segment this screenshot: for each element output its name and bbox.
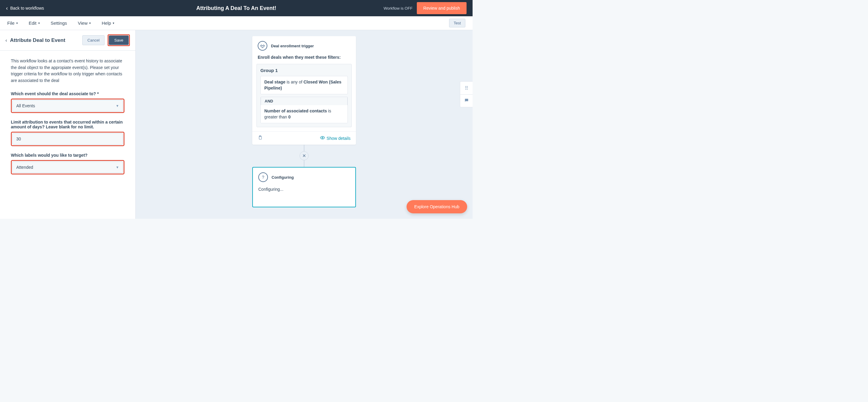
and-operator: AND (261, 97, 347, 105)
trigger-title: Deal enrollment trigger (271, 44, 314, 48)
filter-deal-stage[interactable]: Deal stage is any of Closed Won (Sales P… (260, 76, 348, 94)
chevron-left-icon: ‹ (6, 5, 8, 11)
chat-icon (464, 98, 469, 104)
group-title: Group 1 (260, 68, 348, 73)
labels-select[interactable]: Attended ▼ (12, 161, 123, 173)
eye-icon (320, 135, 325, 141)
enroll-text: Enroll deals when they meet these filter… (252, 53, 356, 64)
side-panel: ‹ Attribute Deal to Event Cancel Save Th… (0, 30, 135, 219)
workflow-canvas[interactable]: Deal enrollment trigger Enroll deals whe… (135, 30, 472, 219)
page-title: Attributing A Deal To An Event! (196, 5, 276, 11)
handshake-icon (258, 41, 267, 51)
menu-view[interactable]: View ▾ (78, 21, 91, 26)
show-details-link[interactable]: Show details (320, 135, 350, 141)
menu-bar: File ▾ Edit ▾ Settings View ▾ Help ▾ Tes… (0, 16, 472, 30)
menu-settings[interactable]: Settings (51, 21, 67, 26)
chevron-down-icon: ▾ (113, 21, 114, 25)
chevron-down-icon: ▾ (16, 21, 18, 25)
comments-button[interactable] (460, 94, 472, 107)
back-label: Back to workflows (10, 6, 44, 10)
minimap-button[interactable]: ⠿ (460, 82, 472, 94)
labels-select-label: Which labels would you like to target? (11, 153, 124, 158)
right-rail: ⠿ (460, 81, 472, 107)
grid-icon: ⠿ (465, 85, 468, 91)
days-limit-input[interactable] (12, 133, 123, 145)
cancel-button[interactable]: Cancel (82, 35, 104, 45)
chevron-down-icon: ▼ (116, 165, 119, 169)
connector-line (304, 145, 304, 151)
remove-node-button[interactable]: ✕ (300, 151, 309, 160)
menu-edit[interactable]: Edit ▾ (29, 21, 40, 26)
trigger-card[interactable]: Deal enrollment trigger Enroll deals whe… (252, 36, 356, 145)
back-to-workflows-link[interactable]: ‹ Back to workflows (6, 5, 44, 11)
workflow-status: Workflow is OFF (384, 6, 412, 10)
svg-point-1 (322, 137, 323, 138)
chevron-down-icon: ▼ (116, 104, 119, 107)
chevron-down-icon: ▾ (89, 21, 91, 25)
event-select[interactable]: All Events ▼ (12, 100, 123, 112)
explore-operations-hub-button[interactable]: Explore Operations Hub (407, 200, 467, 213)
filter-associated-contacts[interactable]: Number of associated contacts is greater… (261, 105, 347, 123)
menu-help[interactable]: Help ▾ (101, 21, 114, 26)
test-button[interactable]: Test (449, 19, 465, 27)
days-limit-label: Limit attribution to events that occurre… (11, 120, 124, 129)
menu-file[interactable]: File ▾ (7, 21, 18, 26)
top-bar: ‹ Back to workflows Attributing A Deal T… (0, 0, 472, 16)
configuring-body: Configuring... (253, 187, 355, 207)
event-select-label: Which event should the deal associate to… (11, 91, 124, 96)
configuring-title: Configuring (272, 175, 294, 180)
review-and-publish-button[interactable]: Review and publish (417, 2, 467, 14)
filter-group: Group 1 Deal stage is any of Closed Won … (256, 64, 352, 127)
question-icon: ? (258, 173, 268, 182)
save-button[interactable]: Save (109, 36, 129, 45)
chevron-down-icon: ▾ (38, 21, 40, 25)
configuring-card[interactable]: ? Configuring Configuring... (252, 167, 356, 207)
clipboard-icon[interactable] (258, 135, 262, 141)
connector-line (304, 160, 304, 167)
sidepanel-title: Attribute Deal to Event (10, 37, 79, 43)
sidepanel-back-button[interactable]: ‹ (5, 38, 7, 43)
workflow-description: This workflow looks at a contact's event… (11, 58, 124, 84)
